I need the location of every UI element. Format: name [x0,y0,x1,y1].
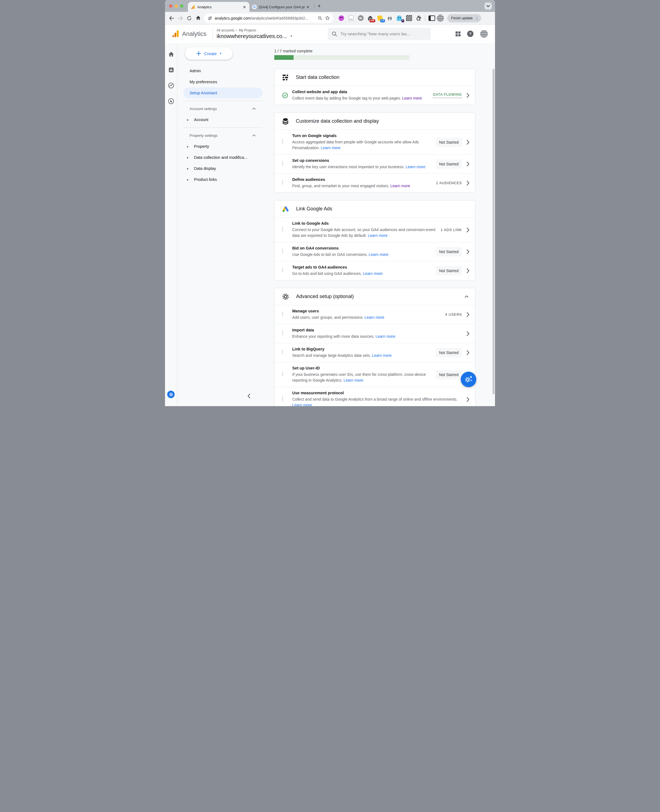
chevron-up-icon[interactable] [252,134,256,136]
task-row-define-audiences[interactable]: Define audiences Find, group, and remark… [274,173,475,192]
analytics-logo[interactable]: Analytics [172,30,206,38]
advertising-nav-icon[interactable] [168,98,175,104]
reports-nav-icon[interactable] [168,67,175,73]
property-name[interactable]: iknowwhereyourcatlives.co... [217,33,287,40]
task-row-google-signals[interactable]: Turn on Google signals Access aggregated… [274,130,475,154]
braces-extension-icon[interactable]: {≡} [386,14,393,22]
breadcrumb-section[interactable]: My Projects [239,28,256,32]
learn-more-link[interactable]: Learn more [292,403,312,406]
expand-triangle-icon[interactable]: ▸ [187,118,190,122]
task-row-bid-on-conversions[interactable]: Bid on GA4 conversions Use Google Ads to… [274,242,475,261]
thumbs-up-extension-icon[interactable]: LG [376,14,384,22]
close-tab-icon[interactable]: ✕ [242,5,247,9]
expand-triangle-icon[interactable]: ▸ [187,145,190,148]
pink-blob-extension-icon[interactable] [338,14,345,22]
window-controls[interactable] [169,5,184,8]
property-dropdown-icon[interactable]: ▼ [290,35,293,38]
maximize-window-button[interactable] [180,5,184,8]
puzzle-extensions-icon[interactable] [415,14,422,22]
home-button[interactable] [194,14,202,22]
back-button[interactable] [168,14,176,22]
chevron-right-icon[interactable] [466,93,470,98]
url-text[interactable]: analytics.google.com/analytics/web/#/a45… [215,16,308,21]
new-tab-button[interactable]: + [316,2,323,10]
finish-update-button[interactable]: Finish update ⋮ [447,14,481,22]
account-switcher[interactable]: All accounts › My Projects iknowwhereyou… [217,28,292,40]
breadcrumb-root[interactable]: All accounts [217,28,235,32]
sidebar-item-product-links[interactable]: ▸ Product links [178,174,263,185]
chevron-right-icon[interactable] [466,139,470,145]
explore-nav-icon[interactable] [168,82,175,89]
w-wave-extension-icon[interactable]: W [357,14,364,22]
bookmark-star-icon[interactable] [325,16,330,21]
chevron-right-icon[interactable] [466,249,470,255]
chevron-right-icon[interactable] [466,312,470,317]
minimize-window-button[interactable] [175,5,178,8]
learn-more-link[interactable]: Learn more [369,252,389,257]
ghost-extension-icon[interactable]: 5 [396,14,403,22]
task-row-manage-users[interactable]: Manage users Add users, user groups, and… [274,305,475,324]
status-badge[interactable]: DATA FLOWING [433,93,462,98]
learn-more-link[interactable]: Learn more [365,315,384,320]
task-row-set-up-conversions[interactable]: Set up conversions Identify the key user… [274,154,475,173]
chevron-right-icon[interactable] [466,350,470,355]
learn-more-link[interactable]: Learn more [368,233,388,237]
create-dropdown-icon[interactable]: ▼ [219,52,222,55]
expand-triangle-icon[interactable]: ▸ [187,156,190,159]
search-bar[interactable] [328,28,431,40]
section-account-settings[interactable]: Account settings [178,103,263,114]
task-row-target-ads[interactable]: Target ads to GA4 audiences Go to Ads an… [274,261,475,280]
learn-more-link[interactable]: Learn more [376,334,395,339]
learn-more-link[interactable]: Learn more [372,353,392,358]
close-window-button[interactable] [169,5,173,8]
learn-more-link[interactable]: Learn more [344,378,363,382]
qr-code-extension-icon[interactable] [405,14,412,22]
section-property-settings[interactable]: Property settings [178,130,263,141]
task-row-link-to-google-ads[interactable]: Link to Google Ads Connect to your Googl… [274,217,475,242]
learn-more-link[interactable]: Learn more [363,271,383,276]
learn-more-link[interactable]: Learn more [390,184,410,188]
create-button[interactable]: Create ▼ [185,47,233,60]
home-nav-icon[interactable] [168,51,175,58]
learn-more-link[interactable]: Learn more [406,165,425,169]
browser-profile-avatar[interactable] [437,14,444,22]
chevron-right-icon[interactable] [466,227,470,233]
sidebar-item-data-collection[interactable]: ▸ Data collection and modifica... [178,152,263,163]
expand-triangle-icon[interactable]: ▸ [187,178,190,181]
close-tab-icon[interactable]: ✕ [305,5,310,9]
learn-more-link[interactable]: Learn more [402,96,422,100]
task-row-collect-data[interactable]: Collect website and app data Collect eve… [274,86,475,105]
browser-menu-icon[interactable]: ⋮ [475,16,479,21]
chevron-right-icon[interactable] [466,397,470,402]
reload-button[interactable] [186,14,193,22]
task-row-import-data[interactable]: Import data Enhance your reporting with … [274,324,475,343]
chevron-right-icon[interactable] [466,161,470,167]
help-icon[interactable]: ? [467,31,473,37]
side-panel-button[interactable] [428,14,436,22]
task-row-measurement-protocol[interactable]: Use measurement protocol Collect and sen… [274,387,475,406]
forward-button[interactable] [176,14,184,22]
url-bar[interactable]: analytics.google.com/analytics/web/#/a45… [204,14,333,23]
scrollbar-thumb[interactable] [492,69,495,394]
sidebar-item-account[interactable]: ▸ Account [178,114,263,125]
insights-fab-button[interactable] [461,372,476,387]
sidebar-item-my-preferences[interactable]: My preferences [178,76,263,87]
collapse-sidebar-button[interactable] [247,393,251,399]
sidebar-item-property[interactable]: ▸ Property [178,141,263,152]
sidebar-item-setup-assistant[interactable]: Setup Assistant [183,87,262,98]
chevron-right-icon[interactable] [466,180,470,186]
chevron-up-icon[interactable] [252,108,256,110]
sidebar-item-data-display[interactable]: ▸ Data display [178,163,263,174]
document-extension-icon[interactable] [347,14,355,22]
search-input[interactable] [340,31,427,37]
tab-ga4-help[interactable]: G [GA4] Configure your GA4 pr ✕ [249,2,313,12]
learn-more-link[interactable]: Learn more [321,146,341,150]
admin-gear-button[interactable] [167,391,175,398]
sidebar-item-admin[interactable]: Admin [178,65,263,76]
tab-analytics[interactable]: Analytics ✕ [188,2,249,12]
chevron-right-icon[interactable] [466,331,470,336]
chevron-right-icon[interactable] [466,268,470,274]
bank-extension-icon[interactable]: 29K [367,14,374,22]
task-row-link-bigquery[interactable]: Link to BigQuery Search and manage large… [274,343,475,362]
tab-search-button[interactable] [484,3,492,9]
